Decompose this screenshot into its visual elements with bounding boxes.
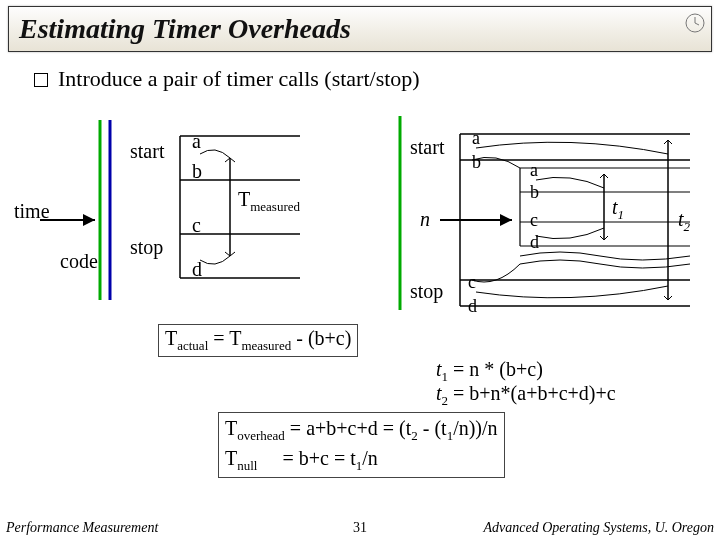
label-code: code [60,250,98,273]
label-stop-left: stop [130,236,163,259]
label-t1: t1 [612,196,624,223]
label-a-outer: a [472,128,480,149]
page-number: 31 [353,520,367,536]
svg-line-2 [695,23,699,25]
eq-t1: t1 = n * (b+c) [436,358,543,385]
footer-right: Advanced Operating Systems, U. Oregon [484,520,714,536]
eq-tactual: Tactual = Tmeasured - (b+c) [158,324,358,357]
label-stop-right: stop [410,280,443,303]
label-start-left: start [130,140,164,163]
eq-t2: t2 = b+n*(a+b+c+d)+c [436,382,616,409]
label-d-left: d [192,258,202,281]
label-tmeasured: Tmeasured [238,188,300,215]
bullet-text: Introduce a pair of timer calls (start/s… [58,66,420,91]
label-t2: t2 [678,208,690,235]
label-a-left: a [192,130,201,153]
title-bar: Estimating Timer Overheads [8,6,712,52]
label-b-inner: b [530,182,539,203]
label-c-inner: c [530,210,538,231]
label-a-inner: a [530,160,538,181]
label-d-outer: d [468,296,477,317]
label-start-right: start [410,136,444,159]
label-d-inner: d [530,232,539,253]
diagram-canvas: time code start stop a b c d Tmeasured s… [0,110,720,490]
label-b-left: b [192,160,202,183]
bullet-line: Introduce a pair of timer calls (start/s… [34,66,720,92]
label-c-outer: c [468,272,476,293]
label-time: time [14,200,50,223]
label-b-outer: b [472,152,481,173]
eq-overhead-null: Toverhead = a+b+c+d = (t2 - (t1/n))/n Tn… [218,412,505,478]
label-c-left: c [192,214,201,237]
footer-left: Performance Measurement [6,520,158,536]
clock-icon [683,11,707,35]
label-n: n [420,208,430,231]
page-title: Estimating Timer Overheads [19,13,351,44]
bullet-icon [34,73,48,87]
